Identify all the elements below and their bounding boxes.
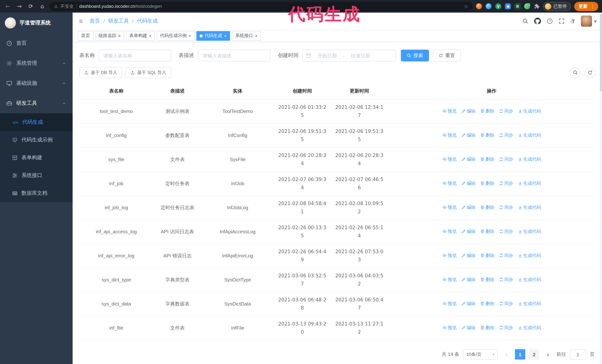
help-icon[interactable]: ? <box>547 18 553 24</box>
delete-link[interactable]: 删除 <box>480 203 494 211</box>
page-1-button[interactable]: 1 <box>515 349 525 360</box>
sidebar-item-form-builder[interactable]: 表单构建 <box>0 149 73 167</box>
extension-leaf-icon[interactable] <box>524 3 530 9</box>
date-range-picker[interactable]: - <box>302 50 396 62</box>
generate-code-link[interactable]: 生成代码 <box>518 131 541 139</box>
edit-link[interactable]: 编辑 <box>461 323 475 332</box>
extension-v-icon[interactable]: V <box>495 3 501 9</box>
page-2-button[interactable]: 2 <box>529 349 539 360</box>
tab-home[interactable]: 首页 <box>78 31 93 41</box>
browser-reload-button[interactable]: ⟳ <box>27 3 35 10</box>
sync-link[interactable]: 同步 <box>499 275 513 283</box>
extension-dark-icon[interactable] <box>515 3 520 9</box>
import-db-button[interactable]: 基于 DB 导入 <box>79 67 122 78</box>
close-icon[interactable]: × <box>118 33 121 38</box>
sidebar-item-codegen[interactable]: </> 代码生成 <box>0 113 73 131</box>
generate-code-link[interactable]: 生成代码 <box>518 251 541 260</box>
goto-page-input[interactable] <box>570 349 586 360</box>
edit-link[interactable]: 编辑 <box>461 155 475 163</box>
close-icon[interactable]: × <box>255 33 258 38</box>
sync-link[interactable]: 同步 <box>499 155 513 163</box>
sidebar-item-db-docs[interactable]: 数据库文档 <box>0 184 73 202</box>
browser-home-button[interactable]: ⌂ <box>38 3 46 10</box>
delete-link[interactable]: 删除 <box>480 275 494 283</box>
tab-codegen[interactable]: 代码生成 × <box>196 31 230 41</box>
close-icon[interactable]: × <box>149 33 151 38</box>
preview-link[interactable]: 预览 <box>442 203 457 211</box>
tab-form-builder[interactable]: 表单构建 × <box>126 31 155 41</box>
sidebar-item-dev-tools[interactable]: 研发工具 <box>0 93 73 113</box>
browser-update-button[interactable]: 更新 ⋮ <box>574 2 598 11</box>
browser-back-button[interactable]: ← <box>4 3 12 10</box>
scrollbar[interactable] <box>600 13 602 364</box>
delete-link[interactable]: 删除 <box>480 155 494 163</box>
font-size-icon[interactable]: t T <box>570 18 575 24</box>
search-button[interactable]: 搜索 <box>401 50 429 62</box>
close-icon[interactable]: × <box>189 33 191 38</box>
preview-link[interactable]: 预览 <box>442 227 457 235</box>
edit-link[interactable]: 编辑 <box>461 275 475 283</box>
generate-code-link[interactable]: 生成代码 <box>518 203 541 211</box>
edit-link[interactable]: 编辑 <box>461 179 475 187</box>
page-size-select[interactable]: 10条/页 ▾ <box>463 349 498 360</box>
scrollbar-thumb[interactable] <box>600 14 602 92</box>
delete-link[interactable]: 删除 <box>480 227 494 235</box>
sync-link[interactable]: 同步 <box>499 323 513 332</box>
preview-link[interactable]: 预览 <box>442 131 457 139</box>
tab-codegen-example[interactable]: 代码生成示例 × <box>157 31 194 41</box>
preview-link[interactable]: 预览 <box>442 299 457 308</box>
generate-code-link[interactable]: 生成代码 <box>518 227 541 235</box>
sidebar-item-home[interactable]: 首页 <box>0 33 73 53</box>
generate-code-link[interactable]: 生成代码 <box>518 275 541 283</box>
preview-link[interactable]: 预览 <box>442 323 457 332</box>
fullscreen-icon[interactable] <box>559 18 565 24</box>
preview-link[interactable]: 预览 <box>442 251 457 260</box>
sync-link[interactable]: 同步 <box>499 203 513 211</box>
extensions-puzzle-icon[interactable] <box>534 3 540 9</box>
delete-link[interactable]: 删除 <box>480 299 494 308</box>
search-icon[interactable] <box>522 18 528 24</box>
start-date-input[interactable] <box>313 53 342 58</box>
delete-link[interactable]: 删除 <box>480 251 494 260</box>
tab-tracing[interactable]: 链路追踪 × <box>95 31 124 41</box>
generate-code-link[interactable]: 生成代码 <box>518 179 541 187</box>
sync-link[interactable]: 同步 <box>499 299 513 308</box>
delete-link[interactable]: 删除 <box>480 323 494 332</box>
preview-link[interactable]: 预览 <box>442 107 457 115</box>
delete-link[interactable]: 删除 <box>480 179 494 187</box>
generate-code-link[interactable]: 生成代码 <box>518 299 541 308</box>
sync-link[interactable]: 同步 <box>499 227 513 235</box>
extension-fox-icon[interactable] <box>476 3 482 9</box>
sidebar-item-system-api[interactable]: 系统接口 <box>0 167 73 184</box>
sync-link[interactable]: 同步 <box>499 251 513 260</box>
edit-link[interactable]: 编辑 <box>461 299 475 308</box>
breadcrumb-home[interactable]: 首页 <box>90 18 100 24</box>
browser-forward-button[interactable]: → <box>15 3 23 10</box>
delete-link[interactable]: 删除 <box>480 131 494 139</box>
table-name-input[interactable] <box>98 50 171 62</box>
user-menu[interactable]: ▾ <box>581 16 597 27</box>
preview-link[interactable]: 预览 <box>442 275 457 283</box>
hamburger-icon[interactable] <box>78 18 85 24</box>
sidebar-item-codegen-example[interactable]: 代码生成示例 <box>0 131 73 149</box>
close-icon[interactable]: × <box>224 33 227 38</box>
edit-link[interactable]: 编辑 <box>461 203 475 211</box>
github-icon[interactable] <box>534 18 541 24</box>
extension-contacts-icon[interactable] <box>505 3 511 9</box>
edit-link[interactable]: 编辑 <box>461 251 475 260</box>
edit-link[interactable]: 编辑 <box>461 107 475 115</box>
generate-code-link[interactable]: 生成代码 <box>518 323 541 332</box>
generate-code-link[interactable]: 生成代码 <box>518 155 541 163</box>
reset-button[interactable]: 重置 <box>433 50 461 62</box>
generate-code-link[interactable]: 生成代码 <box>518 107 541 115</box>
next-page-button[interactable]: › <box>543 349 553 360</box>
import-sql-button[interactable]: 基于 SQL 导入 <box>126 67 171 78</box>
end-date-input[interactable] <box>346 53 375 58</box>
sidebar-item-system-mgmt[interactable]: 系统管理 <box>0 53 73 73</box>
bookmark-star-icon[interactable]: ☆ <box>464 3 468 9</box>
edit-link[interactable]: 编辑 <box>461 227 475 235</box>
browser-menu-icon[interactable]: ⋮ <box>590 3 595 9</box>
breadcrumb-dev-tools[interactable]: 研发工具 <box>108 18 129 24</box>
delete-link[interactable]: 删除 <box>480 107 494 115</box>
profile-chip[interactable]: 已暂停 <box>543 2 571 11</box>
